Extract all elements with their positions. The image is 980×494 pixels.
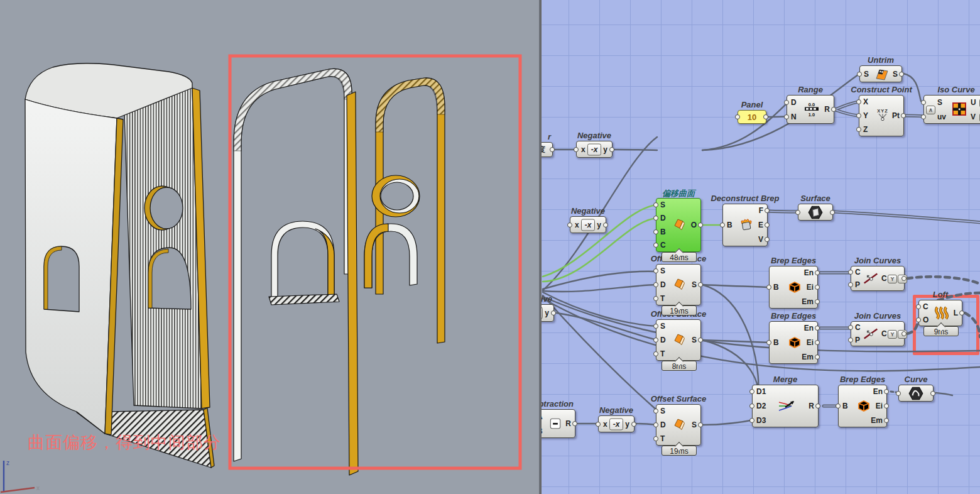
node-join-curves-2[interactable]: Join CurvesCPCY↑ <box>851 321 905 346</box>
input-nub-C[interactable] <box>916 304 921 309</box>
input-nub-D1[interactable] <box>749 389 754 394</box>
node-brep-edges-3[interactable]: Brep EdgesBEnEiEm <box>838 385 887 427</box>
node-offset-surface-4[interactable]: Offset SurfaceSDTS19ms <box>656 404 701 446</box>
input-nub-T[interactable] <box>653 351 658 356</box>
output-nub[interactable] <box>830 210 835 215</box>
input-nub-T[interactable] <box>653 436 658 441</box>
input-nub-Z[interactable] <box>856 127 861 132</box>
input-nub-S[interactable] <box>921 100 926 105</box>
node-loft[interactable]: LoftCOL9ms <box>918 300 962 326</box>
input-nub-P[interactable] <box>848 282 853 287</box>
input-nub-Y[interactable] <box>856 113 861 118</box>
simplify-button[interactable]: Y <box>888 275 897 283</box>
input-nub-C[interactable] <box>848 270 853 275</box>
output-nub[interactable] <box>550 147 555 152</box>
output-nub-Em[interactable] <box>815 354 820 360</box>
input-nub-S[interactable] <box>653 324 658 329</box>
output-nub-C[interactable] <box>901 331 906 336</box>
node-panel-input[interactable]: Panel10 <box>738 110 766 124</box>
input-nub-S[interactable] <box>653 202 658 207</box>
input-nub-D[interactable] <box>653 338 658 343</box>
input-nub[interactable] <box>795 210 800 215</box>
output-nub-En[interactable] <box>815 326 820 331</box>
node-curve-param[interactable]: Curve <box>898 385 934 402</box>
input-nub-D[interactable] <box>653 216 658 221</box>
input-nub-T[interactable] <box>653 296 658 301</box>
input-nub-D[interactable] <box>784 100 789 105</box>
rhino-viewport[interactable]: z x 曲面偏移，得到中间部分 <box>0 0 540 494</box>
input-nub-D3[interactable] <box>749 418 754 423</box>
output-nub-E[interactable] <box>765 222 770 228</box>
output-nub-Ei[interactable] <box>815 340 820 345</box>
output-nub-R[interactable] <box>831 107 836 112</box>
input-nub-P[interactable] <box>848 338 853 343</box>
output-nub-Pt[interactable] <box>901 113 906 118</box>
output-nub[interactable] <box>930 391 935 396</box>
output-nub-R[interactable] <box>815 403 820 409</box>
node-offset-surface-2[interactable]: Offset SurfaceSDTS19ms <box>656 264 701 305</box>
node-range[interactable]: RangeDNR0.01.0 <box>787 95 834 124</box>
input-nub-B[interactable] <box>766 285 771 290</box>
node-negative-2[interactable]: Negativexy-x <box>570 216 606 233</box>
input-nub-x[interactable] <box>574 147 579 152</box>
input-nub-N[interactable] <box>784 114 789 119</box>
input-nub-S[interactable] <box>653 409 658 414</box>
output-nub-Ei[interactable] <box>815 285 820 290</box>
node-negative-1[interactable]: Negativexy-x <box>576 141 612 158</box>
panel-value[interactable]: 10 <box>738 111 766 123</box>
input-nub-D[interactable] <box>653 422 658 427</box>
output-nub-En[interactable] <box>815 270 820 275</box>
input-nub-S[interactable] <box>653 268 658 273</box>
output-nub-y[interactable] <box>603 222 608 228</box>
grasshopper-canvas[interactable]: r厚度Negativexy-xOffset SurfaceSDTS8msOffs… <box>542 0 980 494</box>
node-negative-partial[interactable]: Negativexy-x <box>542 304 554 322</box>
output-nub-L[interactable] <box>959 310 964 316</box>
input-nub[interactable] <box>896 391 901 396</box>
output-nub-En[interactable] <box>884 389 889 394</box>
expand-button[interactable]: ∧ <box>926 106 935 114</box>
output-nub-y[interactable] <box>551 310 556 316</box>
output-nub[interactable] <box>763 114 768 119</box>
input-nub-x[interactable] <box>596 422 601 427</box>
input-nub-B[interactable] <box>720 222 725 228</box>
node-brep-edges-1[interactable]: Brep EdgesBEnEiEm <box>769 266 818 309</box>
input-nub-B[interactable] <box>836 403 841 409</box>
node-merge[interactable]: MergeD1D2D3R <box>752 385 819 427</box>
input-nub-D2[interactable] <box>749 403 754 409</box>
node-untrim[interactable]: UntrimSS <box>859 65 902 82</box>
output-nub-y[interactable] <box>631 422 636 427</box>
input-nub-S[interactable] <box>857 72 862 77</box>
node-offset-surface-selected[interactable]: 偏移曲面SDBCO48ms <box>656 198 701 252</box>
output-nub-S[interactable] <box>698 338 703 343</box>
node-subtraction-partial[interactable]: SubtractionABR <box>542 409 575 438</box>
input-nub-uv[interactable] <box>921 114 926 119</box>
input-nub-C[interactable] <box>848 325 853 330</box>
node-thickness-slider[interactable]: r厚度 <box>542 142 553 157</box>
input-nub-x[interactable] <box>567 222 572 228</box>
node-join-curves-1[interactable]: Join CurvesCPCY↑ <box>851 266 905 291</box>
node-deconstruct-brep[interactable]: Deconstruct BrepBFEV <box>722 204 768 246</box>
output-nub-V[interactable] <box>765 237 770 242</box>
output-nub-C[interactable] <box>901 276 906 281</box>
input-nub[interactable] <box>735 114 740 119</box>
input-nub-B[interactable] <box>766 340 771 345</box>
output-nub-O[interactable] <box>698 222 703 228</box>
output-nub-S[interactable] <box>899 72 904 77</box>
input-nub-X[interactable] <box>856 99 861 104</box>
output-nub-S[interactable] <box>698 282 703 287</box>
node-negative-3[interactable]: Negativexy-x <box>598 415 634 432</box>
output-nub-Ei[interactable] <box>884 403 889 409</box>
output-nub-S[interactable] <box>698 422 703 427</box>
node-iso-curve[interactable]: Iso Curve∧SuvU↓V↓ <box>923 95 980 124</box>
simplify-button[interactable]: Y <box>888 330 897 339</box>
input-nub-D[interactable] <box>653 282 658 287</box>
output-nub-Em[interactable] <box>815 299 820 304</box>
node-offset-surface-3[interactable]: Offset SurfaceSDTS8ms <box>656 319 701 361</box>
node-construct-point[interactable]: Construct PointXYZPtXYZ <box>859 95 904 136</box>
output-nub-F[interactable] <box>765 208 770 213</box>
input-nub-O[interactable] <box>916 317 921 322</box>
output-nub-Em[interactable] <box>884 418 889 423</box>
input-nub-C[interactable] <box>653 243 658 248</box>
input-nub-B[interactable] <box>653 229 658 234</box>
node-surface-param[interactable]: Surface <box>798 204 833 221</box>
